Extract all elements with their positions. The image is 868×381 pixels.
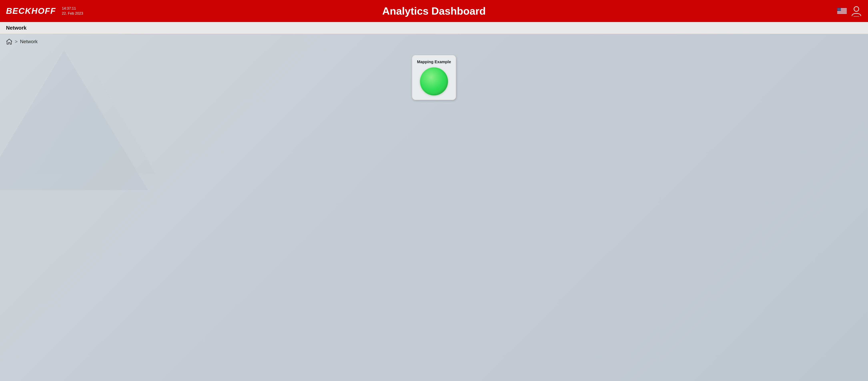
breadcrumb-home-icon[interactable] <box>6 39 12 44</box>
header-right: ★ ★ ★ ★ ★ ★ ★ ★ ★ ★ ★ ★ ★ ★ ★ ★ ★ ★ ★ ★ … <box>837 5 862 17</box>
svg-text:★ ★ ★ ★ ★: ★ ★ ★ ★ ★ <box>838 10 841 11</box>
mapping-example-card[interactable]: Mapping Example <box>412 55 456 100</box>
logo: BECKHOFF <box>6 6 56 16</box>
card-title: Mapping Example <box>417 60 451 64</box>
content-area: Mapping Example <box>0 49 868 100</box>
header: BECKHOFF 14:37:11 22. Feb 2023 Analytics… <box>0 0 868 22</box>
user-icon[interactable] <box>851 5 862 17</box>
main-content: > Network Mapping Example <box>0 34 868 381</box>
subheader: Network <box>0 22 868 34</box>
svg-point-12 <box>854 7 859 11</box>
svg-rect-4 <box>837 11 847 11</box>
flag-icon: ★ ★ ★ ★ ★ ★ ★ ★ ★ ★ ★ ★ ★ ★ ★ ★ ★ ★ ★ ★ … <box>837 8 847 14</box>
breadcrumb: > Network <box>0 34 868 49</box>
subheader-title: Network <box>6 25 27 31</box>
svg-rect-5 <box>837 12 847 12</box>
time: 14:37:11 <box>62 6 83 11</box>
page-title: Analytics Dashboard <box>382 5 486 17</box>
date: 22. Feb 2023 <box>62 11 83 16</box>
user-avatar-icon <box>851 5 862 17</box>
svg-rect-6 <box>837 13 847 13</box>
breadcrumb-separator: > <box>15 39 18 44</box>
breadcrumb-current: Network <box>20 39 38 44</box>
card-status-circle <box>420 67 448 95</box>
datetime: 14:37:11 22. Feb 2023 <box>62 6 83 16</box>
